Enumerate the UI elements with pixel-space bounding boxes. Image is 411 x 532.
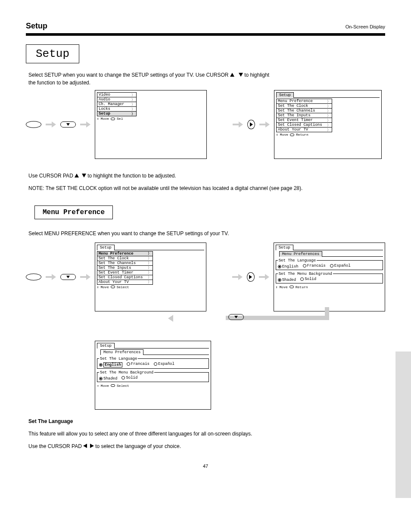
background-fieldset: Set The Menu Background ShadedSolid xyxy=(276,272,383,283)
setup-item-about-your-tv[interactable]: About Your TV〉 xyxy=(276,127,332,132)
setup-item-about-your-tv[interactable]: About Your TV〉 xyxy=(97,280,153,285)
set-language-p1: This feature will allow you to select an… xyxy=(28,430,383,438)
language-fieldset: Set The Language EnglishFrancaisEspañol xyxy=(97,357,209,369)
setup-tab: Setup xyxy=(276,92,294,98)
radio-francais[interactable]: Francais xyxy=(303,264,326,268)
menu-preferences-screen-1: Setup Menu Preferences Set The Language … xyxy=(274,243,385,311)
right-arrow-icon xyxy=(90,444,94,448)
menu-preferences-screen-2: Setup Menu Preferences Set The Language … xyxy=(95,341,211,410)
step2-text: Use CURSOR PAD to highlight the function… xyxy=(28,172,383,180)
radio-español[interactable]: Español xyxy=(330,264,351,268)
note-text: NOTE: The SET THE CLOCK option will not … xyxy=(28,184,383,193)
pref-tab: Menu Preferences xyxy=(279,251,322,257)
flow-arrow-icon xyxy=(259,122,270,127)
down-arrow-icon xyxy=(239,73,243,77)
page-category: On-Screen Display xyxy=(346,24,385,29)
menu-item-setup[interactable]: Setup〉 xyxy=(97,111,137,116)
menu-button-icon xyxy=(26,274,41,280)
radio-english[interactable]: English xyxy=(278,264,299,269)
radio-shaded[interactable]: Shaded xyxy=(278,278,296,282)
setup-menu-screen: Setup Menu Preference〉Set The Clock〉Set … xyxy=(274,90,382,159)
setup-heading: Setup xyxy=(26,44,79,63)
up-arrow-icon xyxy=(75,174,79,177)
flow-arrow-icon xyxy=(46,275,56,279)
setup-tab: Setup xyxy=(276,245,293,250)
radio-shaded[interactable]: Shaded xyxy=(99,376,117,381)
down-arrow-icon xyxy=(82,174,86,177)
flow-arrow-icon xyxy=(80,122,90,127)
flow-arrow-icon xyxy=(259,275,269,279)
intro-text: Select SETUP when you want to change the… xyxy=(28,71,385,87)
radio-solid[interactable]: Solid xyxy=(300,277,316,281)
sub-desc: Select MENU PREFERENCE when you want to … xyxy=(28,230,383,238)
cursor-down-button-icon xyxy=(60,121,76,128)
cursor-right-button-icon xyxy=(247,120,255,129)
language-fieldset: Set The Language EnglishFrancaisEspañol xyxy=(276,258,383,270)
set-language-title: Set The Language xyxy=(28,417,383,426)
flow-arrow-icon xyxy=(232,275,243,279)
background-fieldset: Set The Menu Background ShadedSolid xyxy=(97,370,209,382)
radio-solid[interactable]: Solid xyxy=(121,376,137,380)
menu-preference-heading: Menu Preference xyxy=(34,205,113,219)
set-language-p2: Use the CURSOR PAD to select the languag… xyxy=(28,442,383,451)
setup-tab: Setup xyxy=(97,245,115,250)
main-menu-screen: Video〉Audio〉Ch. Manager〉Locks〉Setup〉 ⇕Mo… xyxy=(95,90,207,159)
menu-button-icon xyxy=(26,121,41,128)
cursor-down-button-icon xyxy=(60,274,76,280)
divider xyxy=(26,33,385,36)
pref-tab: Menu Preferences xyxy=(100,349,143,355)
section-title: Setup xyxy=(26,22,47,31)
setup-tab: Setup xyxy=(97,343,115,348)
left-arrow-icon xyxy=(83,444,87,448)
radio-francais[interactable]: Francais xyxy=(127,362,149,366)
flow-arrow-icon xyxy=(233,122,243,127)
flow-arrow-icon xyxy=(80,275,90,279)
up-arrow-icon xyxy=(230,73,234,77)
radio-english[interactable]: English xyxy=(99,362,122,367)
radio-español[interactable]: Español xyxy=(154,362,174,366)
cursor-down-button-icon xyxy=(228,314,244,320)
setup-menu-screen-2: Setup Menu Preference〉Set The Clock〉Set … xyxy=(95,243,206,311)
cursor-right-button-icon xyxy=(247,272,255,282)
flow-arrow-icon xyxy=(168,315,173,322)
flow-arrow-icon xyxy=(46,122,56,127)
page-number: 47 xyxy=(26,464,385,469)
